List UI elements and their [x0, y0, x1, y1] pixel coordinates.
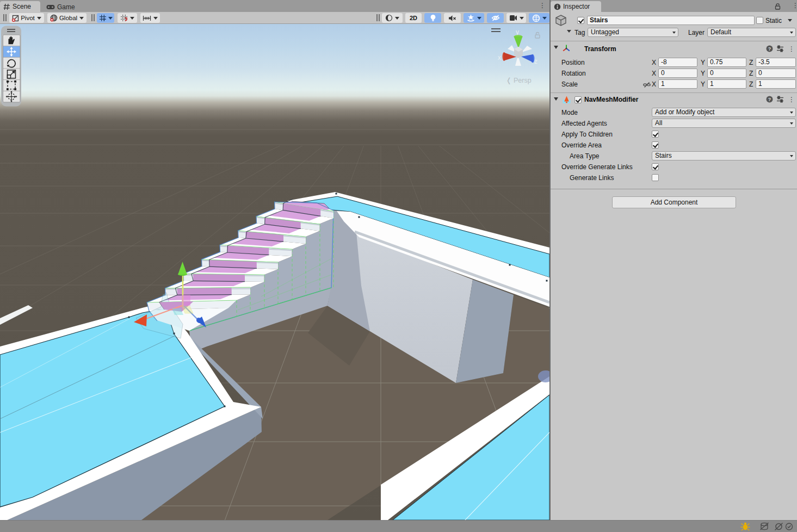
- svg-text:Y: Y: [103, 18, 106, 22]
- svg-text:z: z: [534, 58, 537, 65]
- svg-text:x: x: [498, 54, 501, 61]
- svg-text:y: y: [516, 28, 519, 36]
- svg-text:?: ?: [768, 97, 771, 102]
- svg-text:❬ Persp: ❬ Persp: [506, 77, 532, 84]
- svg-text:?: ?: [768, 46, 771, 52]
